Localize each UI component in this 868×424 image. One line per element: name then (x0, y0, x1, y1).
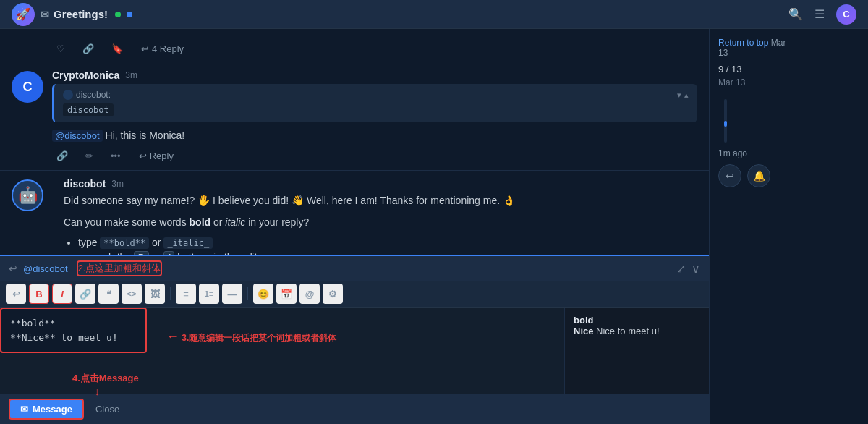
sidebar-notification-button[interactable]: 🔔 (747, 164, 770, 187)
toolbar-italic-button[interactable]: I (52, 284, 72, 304)
menu-icon[interactable]: ☰ (814, 7, 825, 21)
composer-toolbar: ↩ B I 🔗 ❝ <> 🖼 ≡ 1≡ — 😊 📅 @ ⚙ (0, 281, 709, 308)
post-1-content: ♡ 🔗 🔖 ↩ 4 Reply (52, 38, 697, 57)
composer-footer: ✉ Message Close (0, 394, 709, 424)
link-button[interactable]: 🔗 (78, 41, 98, 56)
send-message-button[interactable]: ✉ Message (9, 399, 84, 420)
post-3-timestamp: 3m (111, 179, 124, 189)
quote-author: discobot: (63, 90, 111, 100)
divider-1 (0, 62, 709, 62)
discobot-avatar: 🤖 (12, 179, 43, 211)
toolbar-code-button[interactable]: <> (122, 284, 142, 304)
post-3-line1: Did someone say my name!? 🖐 I believe yo… (64, 192, 697, 208)
collapse-icon[interactable]: ∨ (692, 262, 700, 276)
toolbar-link-button[interactable]: 🔗 (75, 284, 95, 304)
post-2-text: @discobot Hi, this is Monica! (52, 128, 697, 143)
toolbar-at-button[interactable]: @ (299, 284, 320, 304)
bold-code: **bold** (100, 237, 149, 249)
sidebar-ago: 1m ago (718, 148, 859, 158)
post2-more-button[interactable]: ••• (106, 148, 125, 164)
timeline-bar (724, 99, 727, 143)
post-row-cryptomonica: C CryptoMonica 3m discobot: ▾ (0, 67, 709, 167)
status-dot (127, 12, 132, 17)
sidebar-return: Return to top Mar 13 (718, 38, 859, 58)
quote-header: discobot: ▾ ▴ (63, 90, 689, 100)
online-dot (115, 12, 121, 17)
post-2-header: CryptoMonica 3m (52, 69, 697, 81)
sidebar-pagination: 9 / 13 (718, 64, 859, 75)
return-to-top-link[interactable]: Return to top (718, 38, 771, 48)
toolbar-numbered-button[interactable]: 1≡ (199, 284, 219, 304)
mention-discobot[interactable]: @discobot (52, 130, 103, 142)
preview-bold-label: bold (574, 315, 593, 326)
editor-wrapper: **bold** **Nice** to meet u! ← 3.随意编辑一段话… (0, 308, 564, 394)
search-icon[interactable]: 🔍 (788, 7, 803, 21)
cancel-button[interactable]: Close (90, 400, 125, 418)
post2-edit-button[interactable]: ✏ (81, 148, 98, 164)
post2-link-button[interactable]: 🔗 (52, 148, 72, 164)
quote-code: discobot (63, 103, 114, 116)
email-icon: ✉ (41, 9, 49, 20)
composer-reply-icon: ↩ (9, 263, 17, 274)
quote-expand[interactable]: ▾ (677, 90, 681, 100)
discobot-username: discobot (64, 178, 106, 190)
toolbar-separator-2 (247, 287, 248, 300)
quote-controls[interactable]: ▾ ▴ (677, 90, 689, 100)
send-icon: ✉ (20, 404, 28, 415)
composer-preview: bold Nice Nice to meet u! (564, 308, 709, 394)
logo-icon[interactable]: 🚀 (12, 3, 35, 26)
toolbar-settings-button[interactable]: ⚙ (323, 284, 343, 304)
annotation-3-edit: ← 3.随意编辑一段话把某个词加粗或者斜体 (166, 329, 336, 344)
toolbar-blockquote-button[interactable]: ❝ (98, 284, 119, 304)
sidebar-reply-button[interactable]: ↩ (718, 164, 741, 187)
quote-collapse[interactable]: ▴ (684, 90, 689, 100)
composer-editor[interactable]: **bold** **Nice** to meet u! (0, 308, 147, 353)
post-3-header: discobot 3m (64, 178, 697, 190)
header: 🚀 ✉ Greetings! 🔍 ☰ C (0, 0, 868, 29)
quote-block: discobot: ▾ ▴ discobot (52, 84, 697, 122)
cryptomonica-username: CryptoMonica (52, 69, 119, 81)
toolbar-image-button[interactable]: 🖼 (145, 284, 165, 304)
toolbar-emoji-button[interactable]: 😊 (253, 284, 273, 304)
composer-header: ↩ @discobot 2.点这里加粗和斜体 ⤢ ∨ (0, 256, 709, 281)
post-1-actions: ♡ 🔗 🔖 ↩ 4 Reply (52, 41, 697, 57)
reply-count-button[interactable]: ↩ 4 Reply (136, 41, 189, 57)
cryptomonica-avatar: C (12, 71, 43, 103)
reply-composer: ↩ @discobot 2.点这里加粗和斜体 ⤢ ∨ ↩ B I 🔗 ❝ <> … (0, 255, 709, 424)
header-icons: 🔍 ☰ C (788, 4, 856, 25)
post-2-timestamp: 3m (125, 70, 137, 80)
post2-reply-button[interactable]: ↩ Reply (134, 148, 179, 164)
page-title: ✉ Greetings! (41, 8, 132, 20)
post-3-line2: Can you make some words bold or italic i… (64, 214, 697, 230)
toolbar-rule-button[interactable]: — (222, 284, 242, 304)
sidebar-pagination-dates: Mar 13 (718, 77, 859, 88)
toolbar-calendar-button[interactable]: 📅 (276, 284, 297, 304)
quote-author-icon (63, 90, 73, 100)
post-row-1: ♡ 🔗 🔖 ↩ 4 Reply (0, 35, 709, 59)
composer-mention: @discobot (23, 263, 68, 274)
sidebar: Return to top Mar 13 9 / 13 Mar 13 1m ag… (709, 29, 868, 424)
post-2-content: CryptoMonica 3m discobot: ▾ ▴ (52, 69, 697, 164)
heart-button[interactable]: ♡ (52, 41, 69, 56)
sidebar-action-buttons: ↩ 🔔 (718, 164, 859, 187)
divider-2 (0, 170, 709, 171)
composer-body: **bold** **Nice** to meet u! ← 3.随意编辑一段话… (0, 308, 709, 394)
expand-icon[interactable]: ⤢ (676, 262, 686, 276)
composer-bold-annotation: 2.点这里加粗和斜体 (77, 260, 163, 276)
toolbar-bold-button[interactable]: B (29, 284, 49, 304)
bookmark-button[interactable]: 🔖 (107, 41, 127, 56)
composer-expand-controls: ⤢ ∨ (676, 262, 700, 276)
toolbar-separator-1 (170, 287, 171, 300)
post-2-actions: 🔗 ✏ ••• ↩ Reply (52, 148, 697, 164)
annotation-4-message: 4.点击Message ↓ (72, 372, 139, 398)
toolbar-bullet-button[interactable]: ≡ (176, 284, 196, 304)
toolbar-quote-button[interactable]: ↩ (6, 284, 26, 304)
italic-code: _italic_ (163, 237, 213, 249)
user-avatar[interactable]: C (836, 4, 856, 25)
timeline-indicator (724, 121, 727, 127)
list-item-1: type **bold** or _italic_ (78, 237, 697, 248)
